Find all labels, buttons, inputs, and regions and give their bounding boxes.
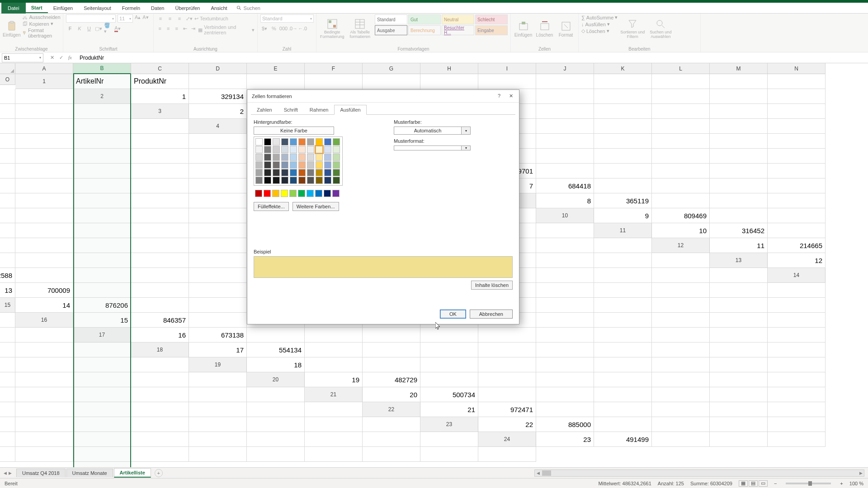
cell[interactable]: 20: [363, 387, 420, 402]
cell[interactable]: 9: [594, 208, 652, 223]
cell[interactable]: [131, 238, 189, 253]
cell[interactable]: 16: [131, 328, 189, 343]
cell[interactable]: [73, 208, 131, 223]
cell[interactable]: [247, 447, 305, 462]
cell[interactable]: [594, 164, 652, 178]
file-tab[interactable]: Datei: [1, 3, 26, 14]
cell[interactable]: [710, 193, 768, 208]
cell[interactable]: 316452: [710, 223, 768, 238]
cell[interactable]: [710, 298, 768, 313]
color-swatch[interactable]: [316, 169, 323, 176]
fill-button[interactable]: ↓Ausfüllen ▾: [581, 21, 618, 27]
font-size-combo[interactable]: 11▾: [118, 14, 133, 23]
color-swatch[interactable]: [281, 161, 288, 169]
row-header[interactable]: 16: [15, 313, 73, 328]
cell[interactable]: [594, 268, 652, 283]
italic-button[interactable]: K: [75, 24, 84, 33]
cell[interactable]: [594, 328, 652, 343]
cell[interactable]: [15, 223, 73, 238]
style-schlecht[interactable]: Schlecht: [475, 14, 508, 24]
cell[interactable]: [536, 74, 594, 89]
cell[interactable]: 12: [768, 253, 826, 268]
cell[interactable]: [189, 298, 247, 313]
color-swatch[interactable]: [324, 169, 331, 176]
style-berechnung[interactable]: Berechnung: [408, 25, 441, 35]
cell[interactable]: 15: [73, 313, 131, 328]
column-header-E[interactable]: E: [247, 63, 305, 74]
cell[interactable]: [363, 74, 420, 89]
cell[interactable]: [768, 372, 826, 387]
cell[interactable]: [536, 238, 594, 253]
cell[interactable]: [594, 387, 652, 402]
color-swatch[interactable]: [298, 138, 306, 145]
color-swatch[interactable]: [264, 138, 271, 145]
cell[interactable]: [478, 357, 536, 372]
accounting-format-icon[interactable]: $▾: [260, 24, 269, 33]
color-swatch[interactable]: [255, 190, 262, 197]
cell[interactable]: [363, 432, 420, 447]
cell[interactable]: [768, 283, 826, 298]
cell[interactable]: 22: [478, 417, 536, 432]
pattern-color-dropdown-icon[interactable]: ▾: [462, 127, 471, 135]
cell[interactable]: [594, 357, 652, 372]
cell[interactable]: [0, 253, 15, 268]
cell[interactable]: [594, 283, 652, 298]
color-swatch[interactable]: [324, 154, 331, 161]
scroll-right-icon[interactable]: ▶: [858, 471, 864, 475]
cell[interactable]: [420, 328, 478, 343]
color-swatch[interactable]: [281, 138, 288, 145]
color-swatch[interactable]: [273, 161, 280, 169]
cell[interactable]: [189, 372, 247, 387]
clear-button[interactable]: ◇Löschen ▾: [581, 28, 618, 34]
cell[interactable]: [73, 119, 131, 134]
cell[interactable]: [536, 343, 594, 357]
row-header[interactable]: 1: [15, 74, 73, 89]
cell[interactable]: [536, 119, 594, 134]
cell[interactable]: [420, 343, 478, 357]
cell[interactable]: [652, 313, 710, 328]
cell[interactable]: [131, 134, 189, 149]
sort-filter-button[interactable]: Sortieren und Filtern: [619, 14, 646, 43]
cell[interactable]: [710, 417, 768, 432]
cell[interactable]: [768, 313, 826, 328]
decrease-indent-icon[interactable]: ⇤: [181, 24, 188, 33]
cell[interactable]: [189, 432, 247, 447]
cell[interactable]: [536, 164, 594, 178]
column-header-H[interactable]: H: [420, 63, 478, 74]
color-swatch[interactable]: [273, 138, 280, 145]
row-header[interactable]: 24: [478, 432, 536, 447]
cell[interactable]: [73, 253, 131, 268]
align-center-icon[interactable]: ≡: [165, 24, 171, 33]
cell[interactable]: [652, 402, 710, 417]
cell[interactable]: [73, 372, 131, 387]
cell[interactable]: [0, 387, 15, 402]
cell[interactable]: [536, 372, 594, 387]
cell[interactable]: 972471: [478, 402, 536, 417]
find-select-button[interactable]: Suchen und Auswählen: [647, 14, 674, 43]
format-cells-button[interactable]: Format: [556, 14, 576, 43]
cell[interactable]: [652, 357, 710, 372]
column-header-F[interactable]: F: [305, 63, 363, 74]
cell[interactable]: [536, 313, 594, 328]
cell[interactable]: [652, 372, 710, 387]
cell[interactable]: [73, 178, 131, 193]
cell[interactable]: [15, 119, 73, 134]
cell[interactable]: [594, 104, 652, 119]
color-swatch[interactable]: [290, 177, 297, 184]
color-swatch[interactable]: [290, 146, 297, 153]
color-swatch[interactable]: [316, 146, 323, 153]
color-swatch[interactable]: [264, 161, 271, 169]
color-swatch[interactable]: [307, 138, 314, 145]
cell[interactable]: [189, 447, 247, 462]
cell[interactable]: [536, 104, 594, 119]
cell[interactable]: [478, 387, 536, 402]
cell[interactable]: [131, 268, 189, 283]
cell[interactable]: [73, 134, 131, 149]
cell[interactable]: [305, 357, 363, 372]
cell[interactable]: [305, 328, 363, 343]
color-swatch[interactable]: [298, 177, 306, 184]
name-box-dropdown-icon[interactable]: ▾: [39, 56, 41, 60]
cell[interactable]: 700009: [15, 283, 73, 298]
underline-button[interactable]: U: [85, 24, 93, 33]
cell[interactable]: [768, 119, 826, 134]
